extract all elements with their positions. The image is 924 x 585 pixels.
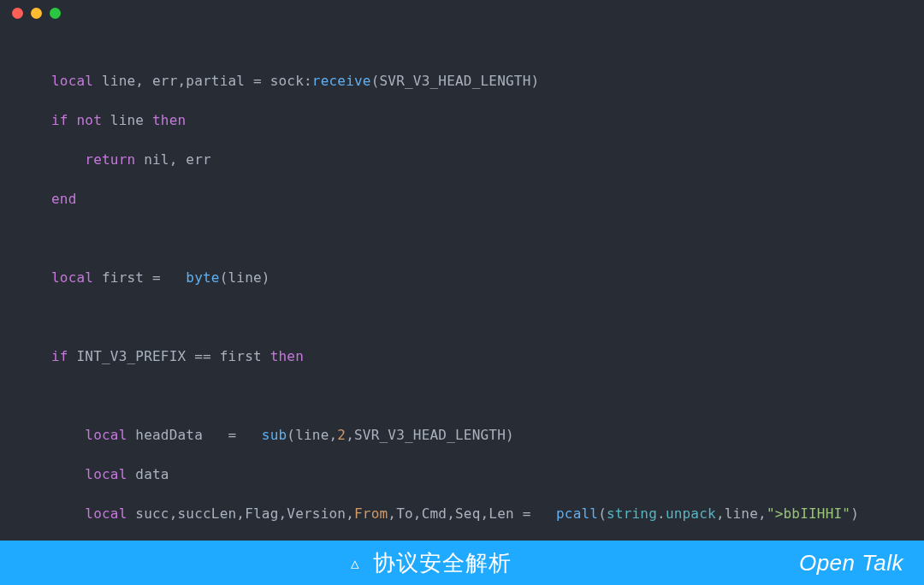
code-line: return nil, err (51, 150, 890, 169)
code-line: local headData = sub(line,2,SVR_V3_HEAD_… (51, 425, 890, 445)
code-line: end (51, 189, 890, 209)
code-line (51, 228, 890, 248)
code-line: if INT_V3_PREFIX == first then (51, 346, 890, 366)
editor-window: local line, err,partial = sock:receive(S… (0, 0, 924, 585)
footer-brand: Open Talk (799, 550, 903, 576)
code-line: local first = byte(line) (51, 268, 890, 287)
code-line: if not line then (51, 110, 890, 130)
footer-caption: 协议安全解析 (373, 548, 512, 578)
window-close-button[interactable] (12, 8, 23, 19)
triangle-icon: △ (351, 555, 359, 571)
titlebar (0, 0, 924, 26)
footer-bar: △ 协议安全解析 Open Talk (0, 541, 924, 585)
window-minimize-button[interactable] (31, 8, 42, 19)
code-line (51, 307, 890, 327)
code-line: local data (51, 464, 890, 484)
code-line: local succ,succLen,Flag,Version,From,To,… (51, 504, 890, 523)
window-zoom-button[interactable] (50, 8, 61, 19)
code-line: local line, err,partial = sock:receive(S… (51, 71, 890, 91)
code-line (51, 386, 890, 405)
code-editor[interactable]: local line, err,partial = sock:receive(S… (51, 51, 890, 585)
